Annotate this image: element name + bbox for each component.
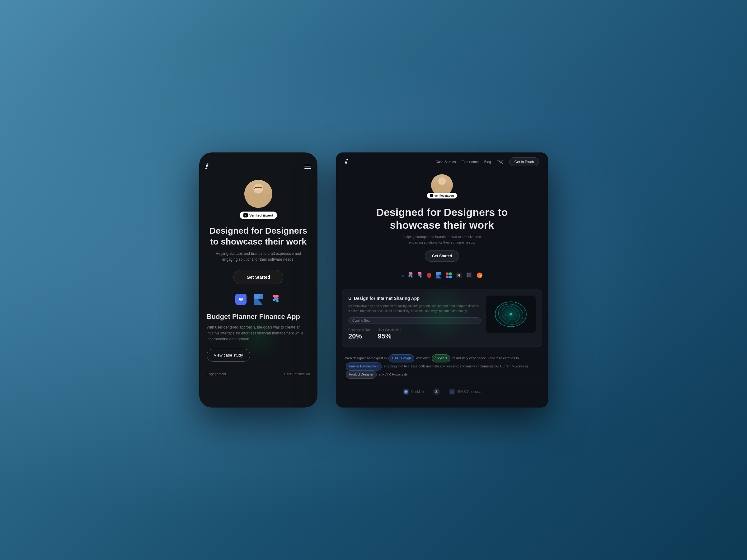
nav-link-faq[interactable]: FAQ: [497, 160, 504, 164]
footer-brand-perkup: P PerkUp: [403, 389, 423, 395]
svg-rect-28: [450, 393, 453, 393]
isms-label: ISMS Connect: [457, 390, 481, 394]
desktop-device: // Case Studies Experience Blog FAQ Get …: [336, 153, 548, 407]
avatar-container: [244, 180, 272, 208]
brand-webflow-icon: W: [235, 294, 247, 305]
mobile-project-description: With user-centered approach, the goals w…: [207, 324, 310, 343]
desktop-footer-brands: P PerkUp S: [336, 383, 548, 395]
brand-icon-grid: [446, 272, 452, 280]
brand-dot: [402, 275, 404, 277]
desktop-verified-badge: ✓ Verified Expert: [427, 193, 457, 198]
desktop-nav-links: Case Studies Experience Blog FAQ Get In …: [435, 157, 539, 166]
mobile-header: //: [205, 159, 311, 177]
svg-rect-13: [468, 274, 471, 276]
desktop-verified-icon: ✓: [430, 194, 433, 197]
stat-user-satisfaction: User Satisfaction 95%: [378, 328, 401, 340]
spiral-visualization: [489, 297, 533, 331]
avatar-glasses: [254, 187, 262, 189]
s-brand-icon: S: [433, 388, 440, 395]
mobile-logo: //: [205, 162, 207, 170]
project-card-stats: Conversion Rate 20% User Satisfaction 95…: [348, 328, 481, 340]
desktop-get-started-button[interactable]: Get Started: [425, 250, 459, 262]
brand-icon-figma: [408, 272, 413, 280]
desktop-avatar-container: ✓ Verified Expert: [431, 174, 453, 196]
mobile-avatar-section: ✓ Verified Expert: [205, 180, 311, 219]
avatar: [244, 180, 272, 208]
brand-icon-framer: [436, 272, 441, 280]
brand-icon-layers: [466, 272, 472, 280]
footer-brand-s: S: [433, 388, 440, 395]
svg-point-3: [411, 276, 413, 277]
brand-icon-shield: [427, 272, 432, 280]
nav-link-case-studies[interactable]: Case Studies: [435, 160, 456, 164]
verified-badge: ✓ Verified Expert: [240, 212, 277, 219]
verified-icon: ✓: [243, 213, 248, 217]
desktop-project-card: UI Design for Internet Sharing App An in…: [342, 289, 542, 347]
coming-soon-badge: Coming Soon: [348, 317, 481, 324]
brand-icon-bolt: ⚡: [477, 272, 483, 280]
svg-rect-27: [450, 392, 454, 392]
avatar-body: [248, 194, 268, 208]
mobile-stat-satisfaction: User Satisfaction: [284, 372, 310, 377]
project-card-title: UI Design for Internet Sharing App: [348, 296, 481, 301]
isms-icon: [449, 389, 455, 395]
nav-get-in-touch-button[interactable]: Get In Touch: [509, 157, 539, 166]
desktop-about-section: Web designer and expert in UX/UI Design …: [336, 352, 548, 381]
mobile-device: // ✓ Verified Expert: [199, 153, 317, 407]
svg-text:P: P: [405, 391, 407, 394]
desktop-logo: //: [345, 158, 347, 165]
about-chip-uxui: UX/UI Design: [388, 354, 414, 363]
desktop-hero-subtitle: Helping startups and brands to craft exp…: [398, 234, 486, 245]
hamburger-menu[interactable]: [304, 164, 311, 169]
stat-conversion-rate: Conversion Rate 20%: [348, 328, 371, 340]
nav-link-experience[interactable]: Experience: [462, 160, 479, 164]
svg-rect-8: [449, 276, 452, 278]
mobile-project-title: Budget Planner Finance App: [207, 312, 310, 321]
about-chip-years: 15 years: [432, 354, 450, 363]
svg-rect-26: [450, 391, 454, 391]
svg-point-22: [510, 313, 512, 316]
view-case-study-button[interactable]: View case study: [207, 349, 250, 362]
desktop-nav: // Case Studies Experience Blog FAQ Get …: [336, 153, 548, 171]
mobile-get-started-button[interactable]: Get Started: [233, 270, 283, 284]
desktop-brands-row: N ⚡: [336, 268, 548, 284]
svg-point-4: [420, 276, 422, 277]
mobile-hero-subtitle: Helping startups and brands to craft exp…: [205, 251, 311, 263]
project-card-image: [486, 296, 536, 333]
nav-link-blog[interactable]: Blog: [484, 160, 491, 164]
mobile-brand-icons: W: [205, 294, 311, 305]
brand-figma-icon: [270, 294, 281, 305]
about-chip-product-designer: Product Designer: [346, 371, 377, 379]
brand-icon-figma2: [417, 272, 422, 280]
perkup-icon: P: [403, 389, 409, 395]
project-card-content: UI Design for Internet Sharing App An in…: [348, 296, 481, 340]
svg-rect-7: [446, 276, 448, 278]
mobile-stat-engagement: Engagement: [207, 372, 226, 377]
mobile-project-section: Budget Planner Finance App With user-cen…: [205, 312, 311, 377]
svg-rect-5: [446, 272, 448, 275]
brand-framer-icon: [253, 294, 264, 305]
svg-text:N: N: [458, 273, 460, 277]
svg-rect-6: [449, 272, 452, 275]
mobile-hero-title: Designed for Designers to showcase their…: [205, 225, 311, 247]
about-chip-framer: Framer Development: [346, 363, 382, 371]
svg-text:⚡: ⚡: [479, 273, 483, 277]
project-card-description: An innovative app and approach for takin…: [348, 304, 481, 314]
brand-icon-notion: N: [456, 272, 462, 280]
desktop-about-text: Web designer and expert in UX/UI Design …: [345, 354, 539, 379]
desktop-avatar-head: [438, 177, 446, 185]
mobile-stats-row: Engagement User Satisfaction: [207, 369, 310, 377]
svg-point-1: [276, 300, 279, 302]
footer-brand-isms: ISMS Connect: [449, 389, 481, 395]
desktop-hero-title: Designed for Designers to showcase their…: [364, 206, 520, 232]
perkup-label: PerkUp: [411, 390, 423, 394]
